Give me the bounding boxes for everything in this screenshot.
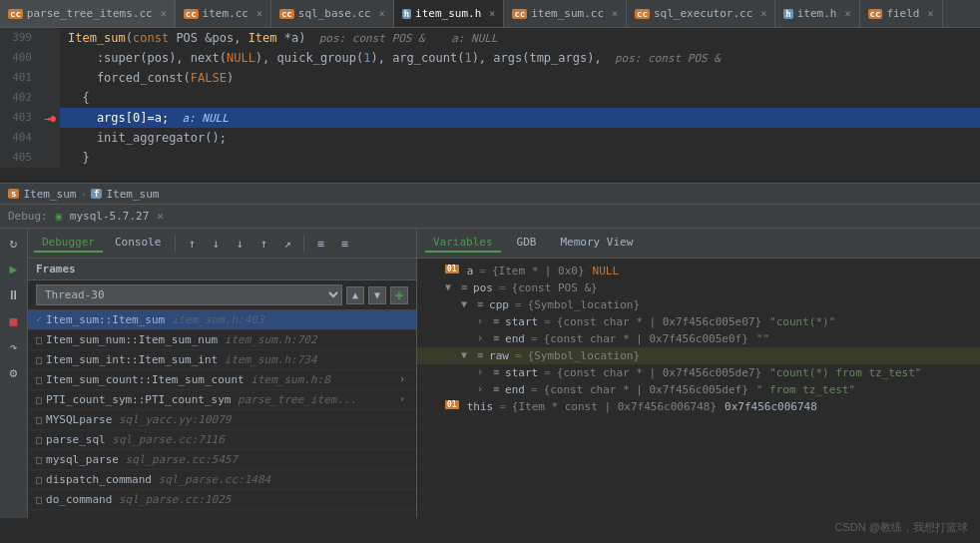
- var-value: " from tz_test": [756, 383, 855, 396]
- tab-item-h[interactable]: h item.h ×: [775, 0, 859, 27]
- scroll-right-icon[interactable]: ›: [396, 393, 408, 404]
- tab-sql-base[interactable]: cc sql_base.cc ×: [271, 0, 394, 27]
- left-toolbar: ↻ ▶ ⏸ ■ ↷ ⚙: [0, 229, 28, 518]
- variable-list: 01 a = {Item * | 0x0} NULL ▼ ≡ pos = {co…: [417, 259, 980, 518]
- frame-name: Item_sum_count::Item_sum_count item_sum.…: [46, 373, 330, 386]
- tab-parse-tree-items[interactable]: cc parse_tree_items.cc ×: [0, 0, 176, 27]
- var-item-cpp-end[interactable]: › ≡ end = {const char * | 0x7f456c005e0f…: [417, 330, 980, 347]
- tab-field[interactable]: cc field ×: [860, 0, 943, 27]
- tab-memory-view[interactable]: Memory View: [552, 234, 641, 253]
- debug-panel: ↻ ▶ ⏸ ■ ↷ ⚙ Debugger Console ↑ ↓ ↓ ↑ ↗ ≡…: [0, 229, 980, 518]
- var-item-cpp[interactable]: ▼ ≡ cpp = {Symbol_location}: [417, 296, 980, 313]
- frame-item[interactable]: □ PTI_count_sym::PTI_count_sym parse_tre…: [28, 390, 416, 410]
- debug-session-icon: ▣: [56, 211, 62, 222]
- frame-item[interactable]: □ mysql_parse sql_parse.cc:5457: [28, 450, 416, 470]
- check-icon: ✓: [36, 313, 42, 324]
- var-item-raw[interactable]: ▼ ≡ raw = {Symbol_location}: [417, 347, 980, 364]
- tab-item-cc[interactable]: cc item.cc ×: [176, 0, 271, 27]
- code-line-403: 403 → ● args[0]=a; a: NULL: [0, 108, 980, 128]
- close-icon[interactable]: ×: [760, 8, 766, 19]
- var-name: end: [505, 332, 525, 345]
- thread-up-button[interactable]: ▲: [346, 286, 364, 304]
- tab-item-sum-h[interactable]: h item_sum.h ×: [394, 0, 505, 27]
- step-up-icon[interactable]: ↑: [182, 234, 202, 254]
- toolbar-play-icon[interactable]: ▶: [4, 259, 24, 278]
- expand-icon[interactable]: ›: [477, 315, 489, 326]
- clear-console-icon[interactable]: ≡: [334, 234, 354, 254]
- frame-item[interactable]: □ Item_sum_count::Item_sum_count item_su…: [28, 370, 416, 390]
- tab-variables[interactable]: Variables: [425, 234, 501, 253]
- run-to-cursor-icon[interactable]: ↗: [277, 234, 297, 254]
- close-icon[interactable]: ×: [489, 8, 495, 19]
- code-line-401: 401 forced_const(FALSE): [0, 68, 980, 88]
- frame-list: ✓ Item_sum::Item_sum item_sum.h:403 □ It…: [28, 310, 416, 518]
- breakpoint-icon[interactable]: ●: [50, 113, 56, 124]
- member-icon: ≡: [477, 298, 483, 309]
- tab-console[interactable]: Console: [107, 234, 169, 253]
- frame-item[interactable]: □ parse_sql sql_parse.cc:7116: [28, 430, 416, 450]
- close-icon[interactable]: ×: [256, 8, 262, 19]
- close-icon[interactable]: ×: [928, 8, 934, 19]
- thread-select[interactable]: Thread-30: [36, 284, 342, 305]
- expand-icon[interactable]: ▼: [461, 349, 473, 360]
- close-icon[interactable]: ×: [612, 8, 618, 19]
- frame-icon: □: [36, 434, 42, 445]
- thread-selector: Thread-30 ▲ ▼ +: [28, 280, 416, 310]
- var-value: 0x7f456c006748: [725, 400, 817, 413]
- toolbar-refresh-icon[interactable]: ↻: [4, 233, 24, 253]
- frame-icon: □: [36, 414, 42, 425]
- frame-item[interactable]: □ Item_sum_num::Item_sum_num item_sum.h:…: [28, 330, 416, 350]
- frame-name: dispatch_command sql_parse.cc:1484: [46, 473, 270, 486]
- frame-name: Item_sum_int::Item_sum_int item_sum.h:73…: [46, 353, 317, 366]
- toolbar-stop-icon[interactable]: ■: [4, 310, 24, 330]
- frame-item[interactable]: □ do_command sql_parse.cc:1025: [28, 490, 416, 510]
- frame-icon: □: [36, 474, 42, 485]
- expand-icon[interactable]: ▼: [445, 281, 457, 292]
- code-editor: 399 Item_sum(const POS &pos, Item *a) po…: [0, 28, 980, 183]
- member-icon: ≡: [493, 366, 499, 377]
- tab-sql-executor[interactable]: cc sql_executor.cc ×: [627, 0, 775, 27]
- toolbar-step-over-icon[interactable]: ↷: [4, 336, 24, 356]
- variables-section: Variables GDB Memory View 01 a = {Item *…: [417, 229, 980, 518]
- var-value: "count(*)": [769, 315, 835, 328]
- var-item-pos[interactable]: ▼ ≡ pos = {const POS &}: [417, 279, 980, 296]
- var-item-raw-start[interactable]: › ≡ start = {const char * | 0x7f456c005d…: [417, 364, 980, 381]
- expand-icon[interactable]: ▼: [461, 298, 473, 309]
- frame-item[interactable]: □ dispatch_command sql_parse.cc:1484: [28, 470, 416, 490]
- step-out-icon[interactable]: ↑: [253, 234, 273, 254]
- var-item-raw-end[interactable]: › ≡ end = {const char * | 0x7f456c005def…: [417, 381, 980, 398]
- var-item-this[interactable]: 01 this = {Item * const | 0x7f456c006748…: [417, 398, 980, 415]
- var-name: start: [505, 366, 538, 379]
- frame-item[interactable]: □ Item_sum_int::Item_sum_int item_sum.h:…: [28, 350, 416, 370]
- tab-gdb[interactable]: GDB: [509, 234, 545, 253]
- frame-item[interactable]: □ MYSQLparse sql_yacc.yy:10079: [28, 410, 416, 430]
- debug-session-name: mysql-5.7.27: [70, 210, 149, 223]
- frame-item[interactable]: ✓ Item_sum::Item_sum item_sum.h:403: [28, 310, 416, 330]
- thread-down-button[interactable]: ▼: [368, 286, 386, 304]
- close-icon[interactable]: ×: [845, 8, 851, 19]
- var-name: this: [467, 400, 494, 413]
- var-item-a[interactable]: 01 a = {Item * | 0x0} NULL: [417, 263, 980, 279]
- var-item-cpp-start[interactable]: › ≡ start = {const char * | 0x7f456c005e…: [417, 313, 980, 330]
- frame-name: do_command sql_parse.cc:1025: [46, 493, 231, 506]
- expand-icon[interactable]: ›: [477, 383, 489, 394]
- var-value: "count(*) from tz_test": [769, 366, 921, 379]
- toolbar-settings-icon[interactable]: ⚙: [4, 362, 24, 382]
- scroll-right-icon[interactable]: ›: [396, 373, 408, 384]
- add-frame-button[interactable]: +: [390, 286, 408, 304]
- step-into-icon[interactable]: ↓: [230, 234, 249, 254]
- debug-close-icon[interactable]: ×: [157, 210, 164, 223]
- variables-toolbar: Variables GDB Memory View: [417, 229, 980, 259]
- frame-icon: □: [36, 394, 42, 405]
- member-icon: ≡: [493, 383, 499, 394]
- member-icon: ≡: [493, 332, 499, 343]
- tab-debugger[interactable]: Debugger: [34, 234, 103, 253]
- step-down-icon[interactable]: ↓: [206, 234, 226, 254]
- tab-item-sum-cc[interactable]: cc item_sum.cc ×: [504, 0, 627, 27]
- toolbar-pause-icon[interactable]: ⏸: [4, 284, 24, 304]
- close-icon[interactable]: ×: [379, 8, 385, 19]
- expand-icon[interactable]: ›: [477, 366, 489, 377]
- close-icon[interactable]: ×: [161, 8, 167, 19]
- expand-icon[interactable]: ›: [477, 332, 489, 343]
- toggle-breakpoints-icon[interactable]: ≡: [310, 234, 330, 254]
